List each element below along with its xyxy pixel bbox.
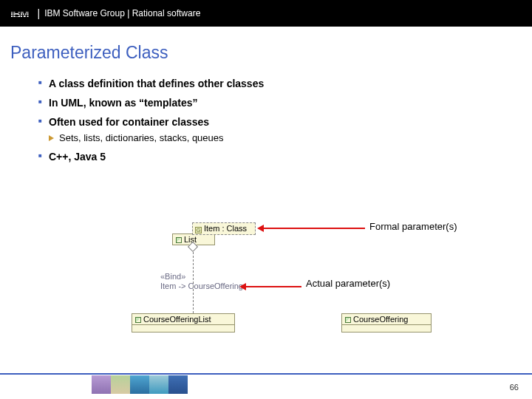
bullet-text: C++, Java 5 (49, 151, 106, 163)
page-title: Parameterized Class (0, 27, 532, 63)
bullet-item: C++, Java 5 (38, 151, 532, 163)
arrow-actual-parameter (245, 286, 301, 287)
bullet-item: Often used for container classes Sets, l… (38, 116, 532, 143)
bullet-list: A class definition that defines other cl… (38, 78, 532, 163)
arrow-formal-parameter (263, 228, 365, 229)
uml-template-parameter: Item : Class (204, 224, 247, 233)
footer-thumbnail (92, 375, 111, 394)
uml-template-parameter-box: GItem : Class (192, 222, 256, 235)
uml-class-compartment (342, 324, 431, 332)
binding-substitution: Item -> CourseOffering (160, 282, 243, 291)
class-icon (135, 317, 141, 323)
generic-type-icon: G (195, 227, 202, 233)
uml-bound-class-right: CourseOffering (341, 313, 432, 332)
realization-arrowhead (189, 243, 197, 250)
footer-divider (0, 373, 532, 375)
ibm-logo: IBM (9, 7, 30, 20)
page-number: 66 (510, 383, 519, 392)
content-area: A class definition that defines other cl… (0, 63, 532, 163)
footer-thumbnail (111, 375, 130, 394)
bullet-text: In UML, known as “templates” (49, 97, 197, 109)
uml-class-name-row: CourseOffering (342, 314, 431, 324)
bullet-text: A class definition that defines other cl… (49, 78, 264, 89)
uml-class-name: CourseOfferingList (143, 315, 211, 324)
uml-bound-class-left: CourseOfferingList (132, 313, 235, 332)
footer-thumbnails (92, 375, 188, 394)
binding-stereotype: «Bind» (160, 272, 243, 282)
class-icon (345, 317, 351, 323)
sub-bullet-item: Sets, lists, dictionaries, stacks, queue… (49, 132, 532, 143)
uml-class-name-row: CourseOfferingList (132, 314, 234, 324)
bullet-item: In UML, known as “templates” (38, 97, 532, 109)
footer-thumbnail (149, 375, 168, 394)
footer-thumbnail (168, 375, 188, 394)
uml-class-compartment (132, 324, 234, 332)
class-icon (176, 237, 182, 243)
bullet-text: Often used for container classes (49, 116, 209, 128)
uml-diagram: List GItem : Class Formal parameter(s) «… (0, 214, 532, 362)
label-formal-parameter: Formal parameter(s) (369, 221, 457, 232)
header-bar: IBM | IBM Software Group | Rational soft… (0, 0, 532, 27)
header-separator: | (38, 7, 41, 19)
label-actual-parameter: Actual parameter(s) (306, 278, 390, 289)
bullet-item: A class definition that defines other cl… (38, 78, 532, 89)
sub-list: Sets, lists, dictionaries, stacks, queue… (49, 132, 532, 143)
footer: 66 (0, 371, 532, 396)
uml-binding-label: «Bind» Item -> CourseOffering (160, 272, 243, 290)
uml-class-name: CourseOffering (353, 315, 408, 324)
footer-thumbnail (130, 375, 149, 394)
header-text: IBM Software Group | Rational software (44, 8, 200, 18)
sub-bullet-text: Sets, lists, dictionaries, stacks, queue… (59, 132, 224, 143)
